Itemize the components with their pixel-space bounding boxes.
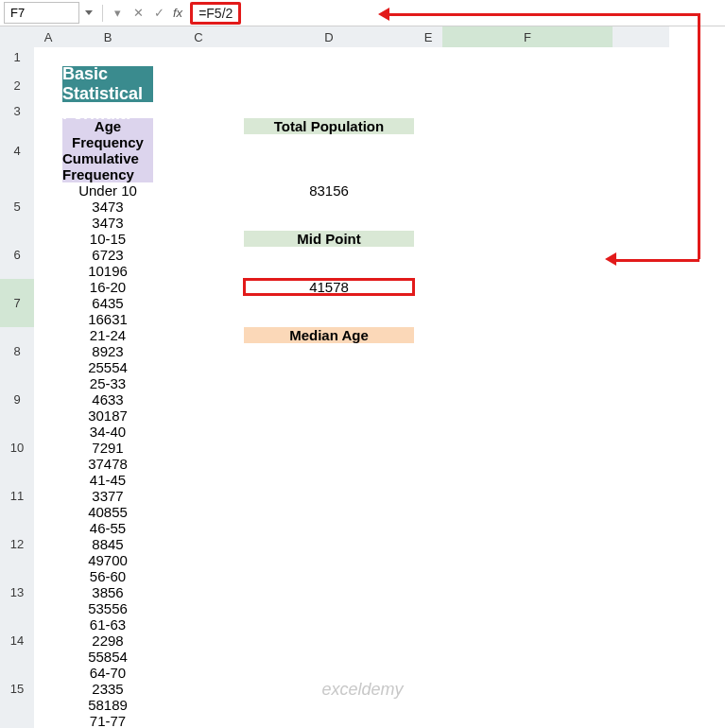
- cell-age[interactable]: 71-77: [62, 713, 153, 728]
- cell-freq[interactable]: 6723: [62, 247, 153, 263]
- mid-point-label: Mid Point: [244, 231, 414, 247]
- cell-age[interactable]: 41-45: [62, 472, 153, 488]
- name-box[interactable]: [4, 2, 79, 24]
- cell-age[interactable]: 61-63: [62, 616, 153, 633]
- col-header-E[interactable]: E: [414, 26, 442, 47]
- cell-freq[interactable]: 3856: [62, 584, 153, 600]
- cell-cum[interactable]: 37478: [62, 456, 153, 472]
- cell-cum[interactable]: 40855: [62, 504, 153, 520]
- cell-freq[interactable]: 7291: [62, 440, 153, 456]
- annotation-arrow-icon: [378, 8, 389, 21]
- cell-freq[interactable]: 3473: [62, 199, 153, 215]
- cell-age[interactable]: 25-33: [62, 375, 153, 391]
- mid-point-value[interactable]: 41578: [244, 279, 414, 295]
- cell-cum[interactable]: 53556: [62, 600, 153, 616]
- fx-icon[interactable]: fx: [173, 6, 182, 20]
- cell-freq[interactable]: 8923: [62, 343, 153, 359]
- row-header-11[interactable]: 11: [0, 472, 34, 520]
- cell-age[interactable]: 21-24: [62, 327, 153, 343]
- row-header-4[interactable]: 4: [0, 118, 34, 182]
- cell-age[interactable]: 56-60: [62, 568, 153, 584]
- cell-freq[interactable]: 6435: [62, 295, 153, 311]
- col-header-C[interactable]: C: [153, 26, 244, 47]
- col-header-A[interactable]: A: [34, 26, 62, 47]
- cell-cum[interactable]: 25554: [62, 359, 153, 375]
- table-header-frequency: Frequency: [62, 134, 153, 150]
- annotation-arrow-icon: [605, 252, 616, 266]
- row-header-15[interactable]: 15: [0, 665, 34, 713]
- row-header-9[interactable]: 9: [0, 375, 34, 424]
- row-header-7[interactable]: 7: [0, 279, 34, 327]
- row-header-13[interactable]: 13: [0, 568, 34, 616]
- enter-icon[interactable]: ✓: [148, 6, 169, 20]
- cell-age[interactable]: 16-20: [62, 279, 153, 295]
- row-header-6[interactable]: 6: [0, 231, 34, 279]
- cell-cum[interactable]: 55854: [62, 649, 153, 665]
- row-header-1[interactable]: 1: [0, 47, 34, 66]
- table-header-cumulative: Cumulative Frequency: [62, 150, 153, 182]
- total-population-value[interactable]: 83156: [244, 182, 414, 199]
- cell-freq[interactable]: 4633: [62, 391, 153, 407]
- page-title: Using Basic Statistical Formula: [62, 66, 153, 102]
- row-header-3[interactable]: 3: [0, 104, 34, 118]
- cell-cum[interactable]: 10196: [62, 263, 153, 279]
- row-header-14[interactable]: 14: [0, 616, 34, 665]
- total-population-label: Total Population: [244, 118, 414, 134]
- annotation-arrow-icon: [389, 13, 698, 16]
- annotation-arrow-icon: [698, 13, 700, 259]
- cell-freq[interactable]: 2335: [62, 681, 153, 697]
- formula-input[interactable]: =F5/2: [190, 2, 241, 25]
- cell-cum[interactable]: 49700: [62, 552, 153, 568]
- cell-cum[interactable]: 16631: [62, 311, 153, 327]
- row-header-12[interactable]: 12: [0, 520, 34, 568]
- col-header-D[interactable]: D: [244, 26, 414, 47]
- cell-age[interactable]: 64-70: [62, 665, 153, 681]
- cell-age[interactable]: 34-40: [62, 424, 153, 440]
- cell-age[interactable]: 46-55: [62, 520, 153, 536]
- cell-cum[interactable]: 58189: [62, 697, 153, 713]
- cell-freq[interactable]: 8845: [62, 536, 153, 552]
- spreadsheet-grid[interactable]: A B C D E F 1 2 Using Basic Statistical …: [0, 26, 669, 728]
- dropdown-icon[interactable]: ▾: [107, 6, 128, 20]
- cancel-icon[interactable]: ✕: [128, 6, 148, 20]
- row-header-16[interactable]: 16: [0, 713, 34, 728]
- row-header-5[interactable]: 5: [0, 182, 34, 231]
- cell-cum[interactable]: 30187: [62, 407, 153, 424]
- cell-age[interactable]: Under 10: [62, 182, 153, 199]
- row-header-8[interactable]: 8: [0, 327, 34, 375]
- median-age-label: Median Age: [244, 327, 414, 343]
- name-box-dropdown-icon[interactable]: [85, 10, 93, 15]
- select-all-corner[interactable]: [0, 26, 34, 47]
- cell-cum[interactable]: 3473: [62, 215, 153, 231]
- cell-age[interactable]: 10-15: [62, 231, 153, 247]
- row-header-10[interactable]: 10: [0, 424, 34, 472]
- row-header-2[interactable]: 2: [0, 66, 34, 104]
- cell-freq[interactable]: 3377: [62, 488, 153, 504]
- col-header-F[interactable]: F: [442, 26, 613, 47]
- cell-freq[interactable]: 2298: [62, 633, 153, 649]
- annotation-arrow-icon: [614, 259, 699, 262]
